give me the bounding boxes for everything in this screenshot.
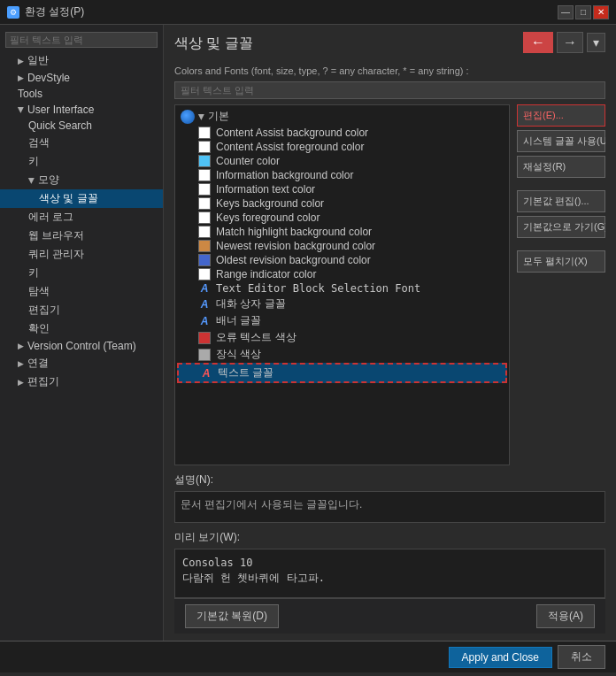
reset-button[interactable]: 재설정(R) (517, 156, 605, 178)
maximize-button[interactable]: □ (575, 5, 591, 19)
color-item-label: 장식 색상 (216, 347, 261, 362)
list-item[interactable]: Content Assist foreground color (177, 140, 507, 154)
sidebar-item-version-control[interactable]: ▶ Version Control (Team) (0, 338, 163, 354)
sidebar-item-query-manager[interactable]: 쿼리 관리자 (0, 245, 163, 264)
font-item-label: 텍스트 글꼴 (218, 365, 273, 380)
color-item-label: Counter color (216, 155, 280, 167)
sidebar-item-editor[interactable]: 편집기 (0, 301, 163, 319)
color-item-label: Keys foreground color (216, 211, 320, 224)
nav-forward-button[interactable]: → (557, 32, 583, 53)
colors-fonts-description: Colors and Fonts (font, size, type, ? = … (174, 65, 605, 76)
sidebar-item-label: 탐색 (28, 284, 50, 299)
color-swatch (198, 169, 211, 181)
sidebar-item-user-interface[interactable]: ▶ User Interface (0, 102, 163, 118)
list-item[interactable]: 장식 색상 (177, 346, 507, 363)
apply-button[interactable]: 적용(A) (536, 604, 595, 628)
list-item[interactable]: A Text Editor Block Selection Font (177, 281, 507, 296)
category-row-basic[interactable]: ▶ 기본 (177, 107, 507, 126)
arrow-icon: ▶ (18, 342, 24, 350)
category-arrow: ▶ (197, 113, 206, 119)
list-item[interactable]: Content Assist background color (177, 126, 507, 140)
default-edit-button[interactable]: 기본값 편집()... (517, 190, 605, 212)
sidebar-item-error-log[interactable]: 에러 로그 (0, 208, 163, 227)
font-icon: A (200, 367, 212, 380)
description-text: 문서 편집기에서 사용되는 글꼴입니다. (174, 491, 605, 523)
sidebar-item-tools[interactable]: Tools (0, 86, 163, 102)
close-button[interactable]: ✕ (593, 5, 609, 19)
color-swatch (198, 226, 211, 238)
sidebar-item-devstyle[interactable]: ▶ DevStyle (0, 70, 163, 86)
sidebar-item-web-browser[interactable]: 웹 브라우저 (0, 227, 163, 245)
preview-section: 미리 보기(W): Consolas 10 다람쥐 헌 쳇바퀴에 타고파. (174, 530, 605, 598)
colors-panel: ▶ 기본 Content Assist background color Con… (174, 104, 605, 465)
category-label: 기본 (208, 109, 229, 124)
edit-button[interactable]: 편집(E)... (517, 104, 605, 127)
list-item[interactable]: A 대화 상자 글꼴 (177, 296, 507, 312)
font-icon: A (198, 282, 211, 295)
sidebar-item-ki[interactable]: 키 (0, 264, 163, 282)
title-bar-text: 환경 설정(P) (25, 4, 552, 19)
font-item-label: Text Editor Block Selection Font (216, 282, 420, 295)
sidebar-item-colors-fonts[interactable]: 색상 및 글꼴 (0, 189, 163, 208)
sidebar-item-label: 편집기 (27, 374, 59, 389)
action-buttons-panel: 편집(E)... 시스템 글꼴 사용(U) 재설정(R) 기본값 편집()...… (517, 104, 605, 465)
list-item[interactable]: Range indicator color (177, 267, 507, 281)
sidebar-item-label: 키 (28, 265, 39, 280)
color-swatch (198, 240, 211, 252)
description-label: 설명(N): (174, 472, 605, 488)
font-item-label: 대화 상자 글꼴 (216, 296, 286, 311)
nav-back-button[interactable]: ← (523, 32, 553, 53)
list-item[interactable]: Keys foreground color (177, 211, 507, 225)
apply-and-close-button[interactable]: Apply and Close (449, 647, 552, 668)
arrow-icon: ▶ (17, 107, 26, 113)
expand-all-button[interactable]: 모두 펼치기(X) (517, 250, 605, 273)
color-swatch (198, 197, 211, 210)
list-item[interactable]: Keys background color (177, 196, 507, 211)
minimize-button[interactable]: — (558, 5, 574, 19)
restore-defaults-button[interactable]: 기본값 복원(D) (185, 604, 279, 628)
list-item-text-font[interactable]: A 텍스트 글꼴 (177, 363, 507, 383)
cancel-button[interactable]: 취소 (558, 645, 605, 669)
color-swatch (198, 332, 211, 344)
colors-list-container: ▶ 기본 Content Assist background color Con… (174, 104, 510, 465)
sidebar-item-keys[interactable]: 키 (0, 152, 163, 171)
list-item[interactable]: Information background color (177, 168, 507, 182)
go-to-default-button[interactable]: 기본값으로 가기(G) (517, 216, 605, 238)
color-swatch (198, 349, 211, 361)
color-item-label: Match highlight background color (216, 226, 372, 238)
sidebar-item-editor2[interactable]: ▶ 편집기 (0, 373, 163, 391)
title-bar-controls: — □ ✕ (558, 5, 609, 19)
apply-bar: Apply and Close 취소 (0, 641, 616, 672)
sidebar-item-quick-search[interactable]: Quick Search (0, 118, 163, 134)
color-item-label: Information background color (216, 169, 353, 181)
nav-menu-button[interactable]: ▾ (587, 33, 605, 52)
sidebar-item-label: 일반 (27, 53, 49, 68)
sidebar-item-search[interactable]: 검색 (0, 134, 163, 152)
color-item-label: Newest revision background color (216, 240, 375, 252)
preview-line1: Consolas 10 (182, 557, 597, 569)
list-item[interactable]: Information text color (177, 182, 507, 196)
list-item[interactable]: Counter color (177, 154, 507, 168)
colors-filter-input[interactable] (174, 81, 605, 99)
sidebar-item-search2[interactable]: 탐색 (0, 282, 163, 301)
sidebar-item-appearance[interactable]: ▶ 모양 (0, 171, 163, 189)
main-layout: ▶ 일반 ▶ DevStyle Tools ▶ User Interface Q… (0, 25, 616, 641)
list-item[interactable]: Oldest revision background color (177, 253, 507, 267)
sidebar-item-general[interactable]: ▶ 일반 (0, 51, 163, 70)
system-font-button[interactable]: 시스템 글꼴 사용(U) (517, 130, 605, 152)
sidebar-item-confirm[interactable]: 확인 (0, 319, 163, 338)
colors-list: ▶ 기본 Content Assist background color Con… (175, 105, 509, 385)
list-item[interactable]: 오류 텍스트 색상 (177, 329, 507, 346)
sidebar-item-connection[interactable]: ▶ 연결 (0, 354, 163, 373)
sidebar-item-label: 에러 로그 (28, 210, 73, 225)
list-item[interactable]: Match highlight background color (177, 225, 507, 239)
sidebar-filter-input[interactable] (5, 32, 158, 48)
preview-label: 미리 보기(W): (174, 530, 605, 545)
color-item-label: Oldest revision background color (216, 254, 371, 266)
arrow-icon: ▶ (18, 57, 24, 65)
list-item[interactable]: Newest revision background color (177, 239, 507, 253)
arrow-icon: ▶ (27, 177, 36, 183)
sidebar-item-label: 편집기 (28, 303, 60, 318)
list-item[interactable]: A 배너 글꼴 (177, 312, 507, 329)
sidebar-item-label: Quick Search (28, 119, 92, 132)
